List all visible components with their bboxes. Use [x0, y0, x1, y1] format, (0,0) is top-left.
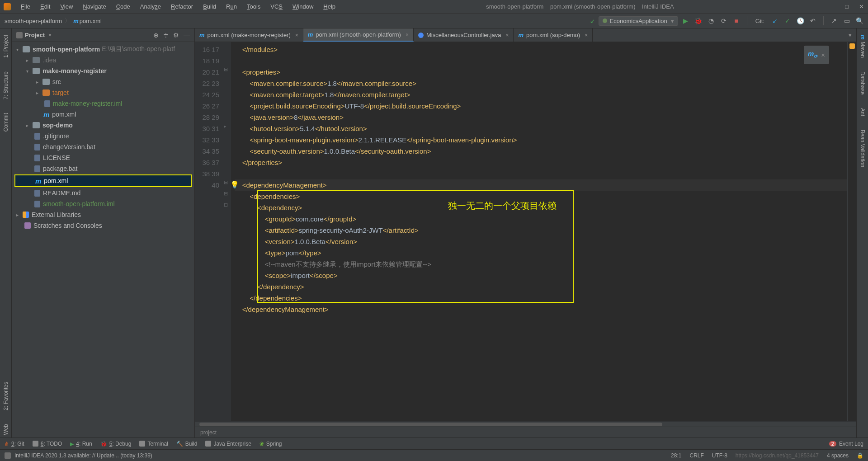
tree-scratches[interactable]: Scratches and Consoles	[12, 220, 194, 231]
tree-mmr[interactable]: make-money-register	[12, 66, 194, 76]
tree-mmr-pom[interactable]: mpom.xml	[12, 109, 194, 120]
menu-build[interactable]: Build	[198, 2, 221, 11]
tree-root[interactable]: smooth-open-platform E:\项目\smooth-open-p…	[12, 44, 194, 55]
menu-help[interactable]: Help	[319, 2, 340, 11]
tree-changeversion[interactable]: changeVersion.bat	[12, 141, 194, 152]
tree-license[interactable]: LICENSE	[12, 152, 194, 163]
tool-git[interactable]: ⋔9: Git	[5, 441, 24, 447]
ide-settings-icon[interactable]: ▭	[843, 17, 851, 25]
menu-edit[interactable]: Edit	[36, 2, 55, 11]
floating-maven-toolbar[interactable]: m⟳×	[804, 46, 829, 64]
tree-mmr-iml[interactable]: make-money-register.iml	[12, 98, 194, 109]
select-opened-file-icon[interactable]: ⊕	[153, 32, 159, 39]
open-in-icon[interactable]: ↗	[830, 17, 838, 25]
breadcrumb-file[interactable]: mpom.xml	[73, 18, 102, 24]
tree-root-iml[interactable]: smooth-open-platform.iml	[12, 198, 194, 209]
status-line-sep[interactable]: CRLF	[689, 452, 703, 459]
code-content[interactable]: </modules> <properties> <maven.compiler.…	[231, 42, 847, 421]
profile-icon[interactable]: ⟳	[720, 17, 728, 25]
tab-pom-sop[interactable]: mpom.xml (smooth-open-platform)×	[303, 28, 414, 42]
tree-gitignore[interactable]: .gitignore	[12, 131, 194, 141]
stripe-structure[interactable]: 7: Structure	[2, 69, 10, 102]
menu-window[interactable]: Window	[288, 2, 318, 11]
status-message[interactable]: IntelliJ IDEA 2020.1.3 available: // Upd…	[14, 452, 152, 459]
tree-readme[interactable]: README.md	[12, 188, 194, 198]
tool-run[interactable]: 4: Run	[70, 441, 92, 447]
debug-icon[interactable]: 🐞	[694, 17, 703, 25]
close-tab-icon[interactable]: ×	[295, 32, 298, 38]
stripe-favorites[interactable]: 2: Favorites	[2, 379, 10, 413]
stripe-maven[interactable]: mMaven	[859, 32, 867, 61]
stripe-bean-validation[interactable]: Bean Validation	[859, 127, 867, 170]
git-update-icon[interactable]: ↙	[771, 17, 779, 25]
menu-file[interactable]: File	[16, 2, 35, 11]
tree-idea[interactable]: .idea	[12, 55, 194, 66]
editor-breadcrumb[interactable]: project	[195, 427, 856, 437]
error-stripe[interactable]	[847, 42, 856, 421]
menu-refactor[interactable]: Refactor	[166, 2, 198, 11]
menu-code[interactable]: Code	[112, 2, 135, 11]
close-icon[interactable]: ✕	[858, 4, 864, 10]
run-icon[interactable]: ▶	[682, 17, 690, 25]
status-caret-pos[interactable]: 28:1	[671, 452, 681, 459]
run-config-selector[interactable]: EconomicsApplication▾	[599, 16, 678, 26]
status-encoding[interactable]: UTF-8	[712, 452, 727, 459]
tool-build[interactable]: 🔨Build	[176, 441, 198, 447]
tree-root-pom[interactable]: mpom.xml	[15, 175, 191, 186]
menu-analyze[interactable]: Analyze	[136, 2, 165, 11]
tool-debug[interactable]: 🐞5: Debug	[100, 441, 132, 447]
settings-gear-icon[interactable]: ⚙	[173, 32, 179, 39]
menu-view[interactable]: View	[56, 2, 77, 11]
main-menu: File Edit View Navigate Code Analyze Ref…	[16, 2, 340, 11]
build-hammer-icon[interactable]: ↙	[590, 18, 595, 24]
tab-pom-mmr[interactable]: mpom.xml (make-money-register)×	[195, 28, 303, 42]
stop-icon[interactable]: ■	[732, 17, 741, 25]
tree-package[interactable]: package.bat	[12, 163, 194, 174]
hide-panel-icon[interactable]: —	[184, 32, 190, 39]
horizontal-scrollbar[interactable]	[195, 421, 856, 427]
stripe-database[interactable]: Database	[859, 69, 867, 97]
minimize-icon[interactable]: —	[829, 4, 835, 10]
status-indent[interactable]: 4 spaces	[827, 452, 849, 459]
menu-tools[interactable]: Tools	[242, 2, 265, 11]
stripe-commit[interactable]: Commit	[2, 110, 10, 134]
search-everywhere-icon[interactable]: 🔍	[855, 17, 863, 25]
tree-src[interactable]: src	[12, 76, 194, 87]
tool-spring[interactable]: ❀Spring	[259, 441, 282, 447]
tree-target[interactable]: target	[12, 87, 194, 98]
code-editor[interactable]: 16 17 18 19 20 21 22 23 24 25 26 27 28 2…	[195, 42, 856, 421]
maximize-icon[interactable]: □	[844, 4, 850, 10]
fold-gutter[interactable]: ⊟ ▸ ⊟ ⊟ ⊟	[223, 42, 231, 421]
tool-windows-icon[interactable]	[5, 452, 11, 459]
git-history-icon[interactable]: 🕓	[796, 17, 804, 25]
tab-misc-controller[interactable]: MiscellaneousController.java×	[414, 28, 514, 42]
tool-jee[interactable]: Java Enterprise	[205, 441, 251, 447]
coverage-icon[interactable]: ◔	[707, 17, 715, 25]
tool-todo[interactable]: 6: TODO	[33, 441, 62, 447]
readonly-lock-icon[interactable]: 🔒	[857, 452, 863, 459]
close-tab-icon[interactable]: ×	[585, 32, 588, 38]
stripe-ant[interactable]: Ant	[859, 105, 867, 119]
project-view-selector[interactable]: Project▾	[16, 32, 51, 38]
stripe-project[interactable]: 1: Project	[2, 32, 10, 61]
java-class-icon	[418, 33, 424, 38]
tabs-more-icon[interactable]: ▾	[844, 28, 856, 42]
git-commit-icon[interactable]: ✓	[783, 17, 792, 25]
menu-vcs[interactable]: VCS	[266, 2, 287, 11]
intention-bulb-icon[interactable]: 💡	[231, 179, 239, 190]
expand-all-icon[interactable]: ≑	[163, 32, 169, 39]
tool-event-log[interactable]: Event Log	[839, 441, 863, 447]
tree-sop[interactable]: sop-demo	[12, 120, 194, 131]
tab-pom-sopdemo[interactable]: mpom.xml (sop-demo)×	[514, 28, 593, 42]
tree-external-libs[interactable]: External Libraries	[12, 209, 194, 220]
breadcrumb-project[interactable]: smooth-open-platform	[5, 18, 62, 24]
project-tree[interactable]: smooth-open-platform E:\项目\smooth-open-p…	[12, 42, 194, 437]
menu-navigate[interactable]: Navigate	[78, 2, 110, 11]
intellij-logo-icon	[4, 3, 11, 10]
stripe-web[interactable]: Web	[2, 421, 10, 437]
close-tab-icon[interactable]: ×	[505, 32, 509, 38]
git-rollback-icon[interactable]: ↶	[809, 17, 817, 25]
menu-run[interactable]: Run	[222, 2, 241, 11]
close-tab-icon[interactable]: ×	[406, 32, 409, 38]
tool-terminal[interactable]: Terminal	[139, 441, 168, 447]
